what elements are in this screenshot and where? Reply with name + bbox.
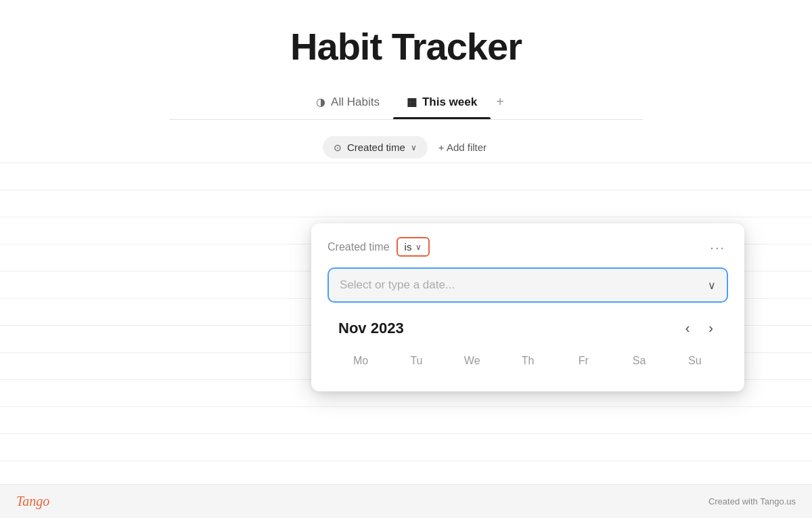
footer-credit-text: Created with Tango.us (708, 496, 796, 506)
all-habits-icon: ◑ (316, 95, 325, 108)
date-placeholder-text: Select or type a date... (340, 278, 455, 292)
created-time-filter-chip[interactable]: ⊙ Created time ∨ (323, 136, 428, 158)
tabs-bar: ◑ All Habits ▦ This week + (169, 87, 643, 120)
more-options-button[interactable]: ··· (707, 239, 728, 255)
weekday-su: Su (667, 349, 723, 372)
filter-bar: ⊙ Created time ∨ + Add filter (323, 136, 489, 158)
calendar-month-year-label: Nov 2023 (338, 320, 404, 337)
add-filter-button[interactable]: + Add filter (436, 136, 489, 158)
calendar-weekdays: Mo Tu We Th Fr Sa Su (333, 349, 723, 372)
date-input-field[interactable]: Select or type a date... ∨ (328, 267, 728, 303)
filter-chip-chevron-icon: ∨ (411, 143, 417, 152)
calendar-navigation: Nov 2023 ‹ › (333, 319, 723, 337)
condition-select-button[interactable]: is ∨ (397, 237, 430, 257)
filter-dropdown-panel: Created time is ∨ ··· Select or type a d… (311, 223, 744, 391)
clock-icon: ⊙ (334, 142, 342, 153)
calendar-prev-button[interactable]: ‹ (681, 319, 694, 337)
weekday-th: Th (500, 349, 556, 372)
page-title: Habit Tracker (290, 24, 522, 68)
weekday-sa: Sa (611, 349, 667, 372)
weekday-fr: Fr (556, 349, 611, 372)
calendar-nav-buttons: ‹ › (681, 319, 717, 337)
tango-logo: Tango (16, 494, 49, 509)
this-week-icon: ▦ (407, 95, 417, 108)
tab-this-week[interactable]: ▦ This week (393, 89, 491, 118)
weekday-mo: Mo (333, 349, 388, 372)
date-chevron-icon: ∨ (708, 279, 716, 292)
weekday-we: We (445, 349, 500, 372)
calendar-next-button[interactable]: › (704, 319, 717, 337)
condition-chevron-icon: ∨ (415, 242, 422, 252)
dropdown-header: Created time is ∨ ··· (328, 237, 728, 257)
tab-all-habits[interactable]: ◑ All Habits (302, 89, 393, 118)
dropdown-header-left: Created time is ∨ (328, 237, 430, 257)
calendar: Nov 2023 ‹ › Mo Tu We Th Fr Sa Su (328, 316, 728, 372)
dropdown-filter-label: Created time (328, 241, 390, 253)
footer: Tango Created with Tango.us (0, 484, 812, 518)
add-tab-button[interactable]: + (491, 87, 510, 119)
weekday-tu: Tu (388, 349, 444, 372)
page-container: Habit Tracker ◑ All Habits ▦ This week +… (0, 0, 812, 518)
